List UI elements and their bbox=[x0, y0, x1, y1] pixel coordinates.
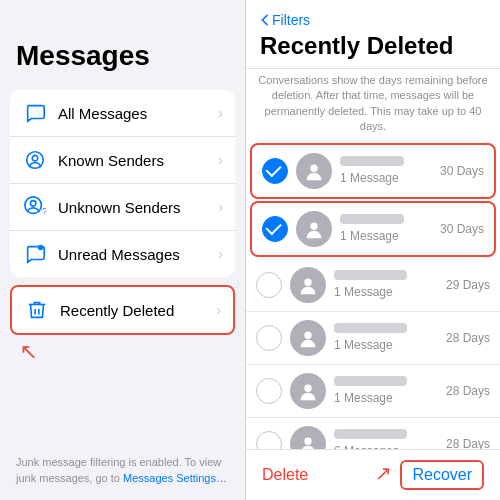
message-content-0: 1 Message bbox=[340, 156, 432, 185]
chevron-icon-unknown: › bbox=[218, 199, 223, 215]
message-days-0: 30 Days bbox=[440, 164, 484, 178]
message-count-0: 1 Message bbox=[340, 171, 432, 185]
menu-item-unread-messages[interactable]: Unread Messages › bbox=[10, 231, 235, 277]
message-name-bar-2 bbox=[334, 270, 407, 280]
avatar-0 bbox=[296, 153, 332, 189]
back-button[interactable]: Filters bbox=[260, 12, 486, 28]
recently-deleted-label: Recently Deleted bbox=[60, 302, 216, 319]
arrow-annotation-right: ↗ Recover bbox=[375, 460, 484, 490]
message-checkbox-2[interactable] bbox=[256, 272, 282, 298]
recover-button[interactable]: Recover bbox=[400, 460, 484, 490]
message-checkbox-3[interactable] bbox=[256, 325, 282, 351]
message-row-4[interactable]: 1 Message28 Days bbox=[246, 365, 500, 418]
message-days-5: 28 Days bbox=[446, 437, 490, 449]
arrow-annotation-left: ↗ bbox=[0, 335, 245, 369]
message-checkbox-0[interactable] bbox=[262, 158, 288, 184]
messages-title: Messages bbox=[0, 0, 245, 82]
person-circle-icon bbox=[22, 147, 48, 173]
menu-item-unknown-senders[interactable]: ? Unknown Senders › bbox=[10, 184, 235, 231]
message-row-5[interactable]: 6 Messages28 Days bbox=[246, 418, 500, 449]
chevron-icon-deleted: › bbox=[216, 302, 221, 318]
svg-point-6 bbox=[310, 164, 317, 171]
right-subtitle: Conversations show the days remaining be… bbox=[246, 69, 500, 141]
right-title: Recently Deleted bbox=[260, 32, 486, 60]
menu-item-recently-deleted[interactable]: Recently Deleted › bbox=[10, 285, 235, 335]
bottom-bar: Delete ↗ Recover bbox=[246, 449, 500, 500]
message-days-1: 30 Days bbox=[440, 222, 484, 236]
message-row-2[interactable]: 1 Message29 Days bbox=[246, 259, 500, 312]
svg-point-9 bbox=[304, 331, 311, 338]
avatar-2 bbox=[290, 267, 326, 303]
message-checkbox-4[interactable] bbox=[256, 378, 282, 404]
svg-point-3 bbox=[30, 201, 36, 207]
message-days-3: 28 Days bbox=[446, 331, 490, 345]
right-panel: Filters Recently Deleted Conversations s… bbox=[246, 0, 500, 500]
message-content-4: 1 Message bbox=[334, 376, 438, 405]
avatar-1 bbox=[296, 211, 332, 247]
message-days-4: 28 Days bbox=[446, 384, 490, 398]
delete-button[interactable]: Delete bbox=[262, 466, 308, 484]
person-question-icon: ? bbox=[22, 194, 48, 220]
trash-icon bbox=[24, 297, 50, 323]
message-row-0[interactable]: 1 Message30 Days bbox=[250, 143, 496, 199]
message-days-2: 29 Days bbox=[446, 278, 490, 292]
messages-settings-link[interactable]: Messages Settings… bbox=[123, 472, 227, 484]
right-header: Filters Recently Deleted bbox=[246, 0, 500, 69]
message-content-2: 1 Message bbox=[334, 270, 438, 299]
svg-point-7 bbox=[310, 222, 317, 229]
message-checkbox-5[interactable] bbox=[256, 431, 282, 449]
message-list: 1 Message30 Days1 Message30 Days1 Messag… bbox=[246, 141, 500, 449]
svg-point-11 bbox=[304, 437, 311, 444]
message-content-1: 1 Message bbox=[340, 214, 432, 243]
message-name-bar-0 bbox=[340, 156, 404, 166]
message-content-5: 6 Messages bbox=[334, 429, 438, 449]
chevron-icon-all: › bbox=[218, 105, 223, 121]
bubble-icon bbox=[22, 100, 48, 126]
svg-point-1 bbox=[32, 155, 38, 161]
avatar-3 bbox=[290, 320, 326, 356]
message-checkbox-1[interactable] bbox=[262, 216, 288, 242]
svg-text:?: ? bbox=[42, 206, 46, 216]
message-count-2: 1 Message bbox=[334, 285, 438, 299]
message-row-1[interactable]: 1 Message30 Days bbox=[250, 201, 496, 257]
message-content-3: 1 Message bbox=[334, 323, 438, 352]
known-senders-label: Known Senders bbox=[58, 152, 218, 169]
chevron-icon-unread: › bbox=[218, 246, 223, 262]
message-count-1: 1 Message bbox=[340, 229, 432, 243]
junk-info: Junk message filtering is enabled. To vi… bbox=[0, 445, 245, 500]
unknown-senders-label: Unknown Senders bbox=[58, 199, 218, 216]
unread-messages-label: Unread Messages bbox=[58, 246, 218, 263]
message-name-bar-5 bbox=[334, 429, 407, 439]
chevron-icon-known: › bbox=[218, 152, 223, 168]
message-count-4: 1 Message bbox=[334, 391, 438, 405]
red-arrow-icon: ↗ bbox=[20, 339, 38, 365]
bubble-unread-icon bbox=[22, 241, 48, 267]
menu-item-all-messages[interactable]: All Messages › bbox=[10, 90, 235, 137]
avatar-4 bbox=[290, 373, 326, 409]
message-count-3: 1 Message bbox=[334, 338, 438, 352]
all-messages-label: All Messages bbox=[58, 105, 218, 122]
left-panel: Messages All Messages › Known Senders › bbox=[0, 0, 245, 500]
red-arrow-right-icon: ↗ bbox=[375, 462, 392, 484]
message-row-3[interactable]: 1 Message28 Days bbox=[246, 312, 500, 365]
back-label: Filters bbox=[272, 12, 310, 28]
filter-menu: All Messages › Known Senders › bbox=[10, 90, 235, 277]
avatar-5 bbox=[290, 426, 326, 449]
menu-item-known-senders[interactable]: Known Senders › bbox=[10, 137, 235, 184]
svg-point-10 bbox=[304, 384, 311, 391]
message-name-bar-3 bbox=[334, 323, 407, 333]
message-name-bar-1 bbox=[340, 214, 404, 224]
svg-point-8 bbox=[304, 278, 311, 285]
message-name-bar-4 bbox=[334, 376, 407, 386]
svg-point-5 bbox=[38, 245, 44, 251]
